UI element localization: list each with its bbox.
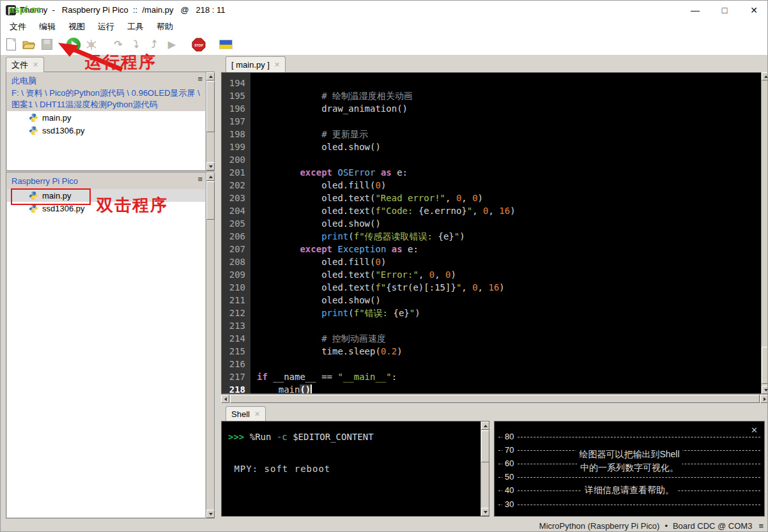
plot-tick-label: 30	[502, 499, 516, 509]
line-number: 215	[222, 345, 250, 358]
status-separator: •	[664, 521, 668, 531]
scroll-down-icon[interactable]	[481, 508, 489, 516]
code-line-199: 199 oled.show()	[222, 141, 761, 153]
scroll-down-icon[interactable]	[762, 386, 768, 394]
editor-vertical-scrollbar[interactable]	[761, 72, 768, 394]
files-panel-menu-icon[interactable]: ≡	[197, 74, 203, 84]
menu-item-1[interactable]: 编辑	[33, 20, 62, 34]
plotter-panel: 807060504030 绘图器可以把输出到Shell 中的一系列数字可视化。 …	[494, 421, 765, 517]
code-line-203: 203 oled.text("Read error!", 0, 0)	[222, 192, 761, 204]
step-out-button[interactable]: ⤴	[146, 37, 162, 52]
scrollbar-thumb[interactable]	[206, 181, 215, 220]
line-number: 210	[222, 281, 250, 294]
stop-icon: STOP	[192, 38, 206, 52]
close-button[interactable]: ✕	[739, 1, 768, 20]
line-number: 197	[222, 115, 250, 128]
plot-tick-label: 80	[502, 432, 516, 441]
ukraine-flag-icon[interactable]	[218, 37, 233, 52]
double-click-annotation-box	[11, 188, 91, 205]
shell-plotter-divider[interactable]	[489, 421, 494, 517]
scroll-up-icon[interactable]	[206, 72, 215, 80]
maximize-button[interactable]: □	[710, 1, 739, 20]
path-line-2[interactable]: 图案1 \ DHT11温湿度检测Python源代码	[12, 99, 158, 110]
line-number: 201	[222, 166, 250, 179]
scroll-down-icon[interactable]	[206, 510, 215, 518]
new-file-button[interactable]	[3, 37, 19, 52]
plot-gridline	[498, 437, 760, 437]
line-number: 198	[222, 128, 250, 141]
resume-button[interactable]: ▶	[164, 37, 180, 52]
double-click-annotation-text: 双击程序	[96, 194, 168, 217]
files-tab-close-icon[interactable]: ✕	[33, 61, 38, 69]
menu-item-2[interactable]: 视图	[62, 20, 91, 34]
scrollbar-thumb[interactable]	[762, 347, 768, 384]
pico-panel-header[interactable]: Raspberry Pi Pico	[12, 176, 78, 186]
plotter-close-icon[interactable]: ✕	[751, 425, 758, 435]
pico-panel-scrollbar[interactable]	[206, 172, 214, 518]
port-label[interactable]: Board CDC @ COM3	[673, 521, 752, 531]
line-number: 217	[222, 370, 250, 383]
line-number: 212	[222, 307, 250, 319]
code-line-216: 216	[222, 358, 761, 370]
files-tab[interactable]: 文件 ✕	[6, 57, 44, 72]
shell-panel[interactable]: >>> %Run -c $EDITOR_CONTENT MPY: soft re…	[221, 421, 489, 517]
menu-item-0[interactable]: 文件	[3, 20, 33, 34]
code-line-211: 211 oled.show()	[222, 294, 761, 307]
files-tab-label: 文件	[12, 59, 28, 71]
menu-item-4[interactable]: 工具	[121, 20, 150, 34]
code-line-217: 217if __name__ == "__main__":	[222, 370, 761, 383]
code-line-213: 213	[222, 319, 761, 332]
code-line-200: 200	[222, 153, 761, 166]
scroll-left-icon[interactable]	[221, 395, 229, 403]
shell-tab[interactable]: Shell ✕	[226, 406, 266, 421]
run-annotation-text: 运行程序	[85, 51, 157, 73]
files-panel-scrollbar[interactable]	[206, 72, 214, 171]
save-icon	[42, 39, 52, 50]
scroll-up-icon[interactable]	[481, 422, 489, 430]
code-line-197: 197	[222, 115, 761, 128]
svg-text:STOP: STOP	[194, 43, 203, 47]
scrollbar-thumb[interactable]	[230, 395, 760, 403]
statusbar-menu-icon[interactable]: ≡	[758, 521, 764, 531]
scrollbar-thumb[interactable]	[481, 430, 489, 462]
text-cursor	[311, 384, 312, 394]
scroll-up-icon[interactable]	[762, 72, 768, 80]
scroll-down-icon[interactable]	[206, 162, 215, 171]
window-title: Thonny - Raspberry Pi Pico :: /main.py @…	[20, 5, 225, 15]
code-editor[interactable]: 194195 # 绘制温湿度相关动画196 draw_animation()19…	[221, 72, 761, 394]
menu-item-5[interactable]: 帮助	[150, 20, 180, 34]
this-computer-label[interactable]: 此电脑	[12, 75, 36, 87]
file-item-main.py[interactable]: main.py	[7, 111, 205, 124]
plot-tick-label: 60	[502, 459, 516, 468]
shell-argument: $EDITOR_CONTENT	[293, 432, 373, 442]
scroll-up-icon[interactable]	[206, 172, 215, 181]
editor-tab-main-py[interactable]: [ main.py ] ✕	[226, 56, 286, 72]
interpreter-label[interactable]: MicroPython (Raspberry Pi Pico)	[539, 521, 660, 531]
pico-panel-menu-icon[interactable]: ≡	[197, 174, 203, 184]
menu-item-3[interactable]: 运行	[91, 20, 121, 34]
file-name: main.py	[42, 113, 72, 123]
line-number: 200	[222, 153, 250, 166]
editor-tab-close-icon[interactable]: ✕	[274, 61, 280, 69]
path-line-1[interactable]: F: \ 资料 \ Pico的Python源代码 \ 0.96OLED显示屏 \	[12, 87, 200, 99]
shell-tab-close-icon[interactable]: ✕	[254, 410, 260, 418]
line-number: 218	[222, 383, 250, 394]
minimize-button[interactable]: —	[680, 1, 710, 20]
plot-tick-label: 70	[502, 445, 516, 455]
code-line-201: 201 except OSError as e:	[222, 166, 761, 179]
code-line-212: 212 print(f"错误: {e}")	[222, 307, 761, 319]
stop-button[interactable]: STOP	[191, 37, 206, 52]
file-item-ssd1306.py[interactable]: ssd1306.py	[7, 124, 205, 137]
scrollbar-thumb[interactable]	[206, 81, 215, 132]
line-number: 207	[222, 243, 250, 255]
file-name: ssd1306.py	[42, 126, 85, 135]
shell-prompt: >>>	[228, 432, 244, 442]
open-folder-icon	[22, 40, 35, 50]
shell-option: -c	[277, 432, 288, 442]
open-file-button[interactable]	[21, 37, 36, 52]
editor-horizontal-scrollbar[interactable]	[221, 394, 768, 402]
line-number: 199	[222, 141, 250, 153]
shell-scrollbar[interactable]	[480, 422, 489, 516]
scroll-right-icon[interactable]	[760, 395, 768, 403]
computer-file-list: main.pyssd1306.py	[7, 111, 205, 170]
